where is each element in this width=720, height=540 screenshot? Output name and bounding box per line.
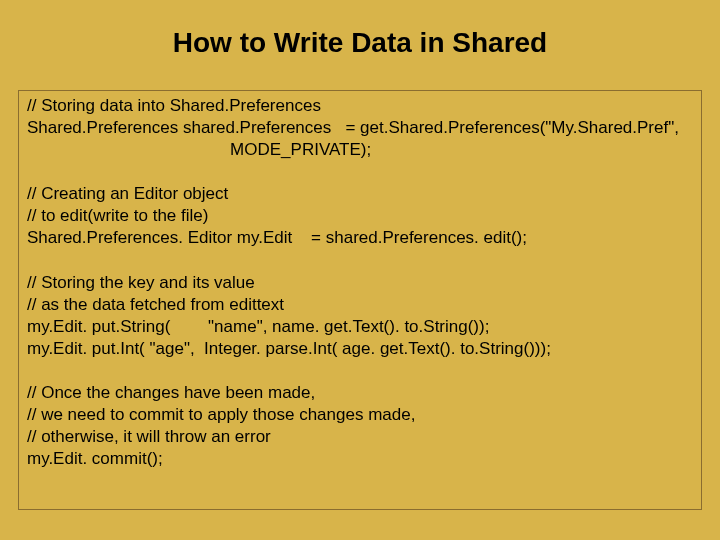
- code-line: // to edit(write to the file): [27, 205, 693, 227]
- blank-line: [27, 161, 693, 183]
- code-line: Shared.Preferences shared.Preferences = …: [27, 117, 693, 139]
- code-line: my.Edit. put.String( "name", name. get.T…: [27, 316, 693, 338]
- slide-title: How to Write Data in Shared: [0, 0, 720, 60]
- code-line: my.Edit. put.Int( "age", Integer. parse.…: [27, 338, 693, 360]
- code-line: MODE_PRIVATE);: [27, 139, 693, 161]
- code-block: // Storing data into Shared.Preferences …: [18, 90, 702, 510]
- blank-line: [27, 250, 693, 272]
- code-line: // Storing data into Shared.Preferences: [27, 95, 693, 117]
- code-line: // Creating an Editor object: [27, 183, 693, 205]
- code-line: // as the data fetched from edittext: [27, 294, 693, 316]
- code-line: // Once the changes have been made,: [27, 382, 693, 404]
- code-line: Shared.Preferences. Editor my.Edit = sha…: [27, 227, 693, 249]
- code-line: my.Edit. commit();: [27, 448, 693, 470]
- code-line: // Storing the key and its value: [27, 272, 693, 294]
- code-line: // otherwise, it will throw an error: [27, 426, 693, 448]
- blank-line: [27, 360, 693, 382]
- code-line: // we need to commit to apply those chan…: [27, 404, 693, 426]
